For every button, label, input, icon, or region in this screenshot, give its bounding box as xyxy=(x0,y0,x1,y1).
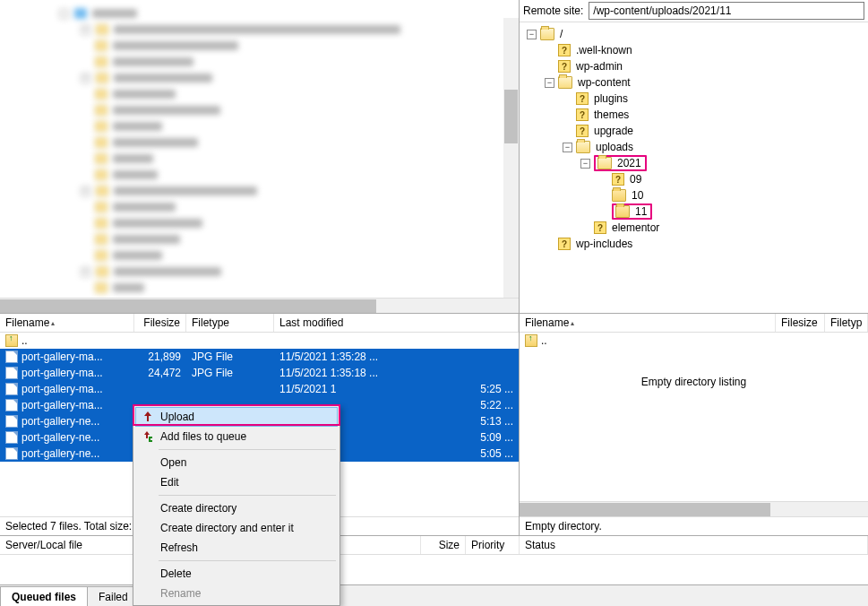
empty-directory-message: Empty directory listing xyxy=(520,349,868,415)
menu-create-dir-enter[interactable]: Create directory and enter it xyxy=(135,518,338,538)
folder-icon xyxy=(576,141,590,153)
question-icon: ? xyxy=(576,92,589,105)
tree-node-upgrade[interactable]: upgrade xyxy=(592,125,635,137)
menu-separator xyxy=(159,449,336,450)
question-icon: ? xyxy=(612,173,624,186)
menu-refresh[interactable]: Refresh xyxy=(135,538,338,558)
updir-row[interactable]: .. xyxy=(0,333,519,349)
queue-header[interactable]: Server/Local file Size Priority Status xyxy=(0,536,868,555)
tree-collapse-icon[interactable]: − xyxy=(527,30,537,39)
folder-icon xyxy=(612,189,626,202)
question-icon: ? xyxy=(558,44,571,56)
context-menu: Upload Add files to queue Open Edit Crea… xyxy=(133,404,340,606)
local-tree-pane: − + + + + xyxy=(0,0,520,313)
sort-asc-icon: ▴ xyxy=(571,319,574,327)
remote-site-label: Remote site: xyxy=(523,4,583,17)
question-icon: ? xyxy=(594,221,606,234)
queue-tabs: Queued files Failed xyxy=(0,584,868,606)
file-icon xyxy=(5,399,18,411)
menu-add-queue[interactable]: Add files to queue xyxy=(135,427,338,446)
remote-status: Empty directory. xyxy=(520,516,868,535)
up-folder-icon xyxy=(525,334,537,347)
menu-delete[interactable]: Delete xyxy=(135,564,338,584)
folder-icon xyxy=(597,157,612,169)
tab-queued[interactable]: Queued files xyxy=(0,586,88,606)
col-filename[interactable]: Filename xyxy=(5,316,49,329)
folder-icon xyxy=(540,28,554,40)
tree-node-themes[interactable]: themes xyxy=(592,108,631,121)
tree-node-10[interactable]: 10 xyxy=(630,189,645,202)
remote-list-header[interactable]: Filename▴ Filesize Filetyp xyxy=(520,314,868,333)
tree-node-wp-admin[interactable]: wp-admin xyxy=(574,60,624,73)
file-row[interactable]: port-gallery-ma... 21,899 JPG File 11/5/… xyxy=(0,349,519,365)
question-icon: ? xyxy=(576,108,589,121)
tree-node-09[interactable]: 09 xyxy=(628,173,643,186)
col-filetype[interactable]: Filetype xyxy=(186,314,274,332)
local-list-header[interactable]: Filename▴ Filesize Filetype Last modifie… xyxy=(0,314,519,333)
menu-upload[interactable]: Upload xyxy=(135,407,338,427)
up-folder-icon xyxy=(5,334,18,347)
file-icon xyxy=(5,447,18,460)
file-icon xyxy=(5,367,18,379)
folder-icon xyxy=(558,76,572,89)
tree-node-elementor[interactable]: elementor xyxy=(610,221,661,234)
col-status[interactable]: Status xyxy=(520,536,868,554)
remote-tree[interactable]: − / ? .well-known ? wp-admin − w xyxy=(520,22,868,313)
local-tree-scrollbar-v[interactable] xyxy=(503,18,519,298)
menu-edit[interactable]: Edit xyxy=(135,472,338,492)
tab-failed[interactable]: Failed xyxy=(87,586,140,606)
local-tree-scrollbar-h[interactable] xyxy=(0,298,519,313)
add-queue-icon xyxy=(140,429,154,444)
file-row[interactable]: port-gallery-ma... 24,472 JPG File 11/5/… xyxy=(0,365,519,381)
folder-icon xyxy=(615,205,630,218)
file-icon xyxy=(5,351,18,363)
remote-path-input[interactable] xyxy=(589,2,864,20)
tree-node-uploads[interactable]: uploads xyxy=(594,141,635,153)
col-filesize[interactable]: Filesize xyxy=(134,314,186,332)
tree-node-2021[interactable]: 2021 xyxy=(615,157,643,169)
tree-collapse-icon[interactable]: − xyxy=(580,159,590,169)
local-tree-blurred: − + + + + xyxy=(0,0,519,296)
tree-collapse-icon[interactable]: − xyxy=(545,78,554,88)
sort-asc-icon: ▴ xyxy=(51,319,55,327)
tree-node-wp-content[interactable]: wp-content xyxy=(576,76,632,89)
col-priority[interactable]: Priority xyxy=(466,536,520,554)
file-icon xyxy=(5,415,18,428)
tree-node-plugins[interactable]: plugins xyxy=(592,92,630,105)
col-lastmodified[interactable]: Last modified xyxy=(274,314,519,332)
tree-collapse-icon[interactable]: − xyxy=(563,143,572,152)
menu-separator xyxy=(159,495,336,496)
tree-node-wp-includes[interactable]: wp-includes xyxy=(574,238,634,250)
col-size[interactable]: Size xyxy=(421,536,466,554)
question-icon: ? xyxy=(558,60,571,73)
col-filetype[interactable]: Filetyp xyxy=(825,314,868,332)
col-filename[interactable]: Filename xyxy=(525,316,569,329)
menu-create-dir[interactable]: Create directory xyxy=(135,498,338,518)
file-row[interactable]: port-gallery-ma... 11/5/2021 15:25 ... xyxy=(0,381,519,397)
menu-open[interactable]: Open xyxy=(135,453,338,472)
remote-site-bar: Remote site: xyxy=(520,0,868,22)
question-icon: ? xyxy=(558,238,571,250)
question-icon: ? xyxy=(576,125,589,137)
file-icon xyxy=(5,431,18,444)
remote-file-list: Filename▴ Filesize Filetyp .. Empty dire… xyxy=(520,314,868,535)
tree-node-root[interactable]: / xyxy=(558,28,564,40)
col-filesize[interactable]: Filesize xyxy=(776,314,825,332)
menu-separator xyxy=(159,560,336,561)
remote-list-scrollbar-h[interactable] xyxy=(520,501,868,516)
upload-icon xyxy=(141,410,155,424)
file-icon xyxy=(5,383,18,395)
updir-row[interactable]: .. xyxy=(520,333,868,349)
tree-node-11[interactable]: 11 xyxy=(633,205,649,218)
tree-node-well-known[interactable]: .well-known xyxy=(574,44,634,56)
menu-rename: Rename xyxy=(135,584,338,603)
